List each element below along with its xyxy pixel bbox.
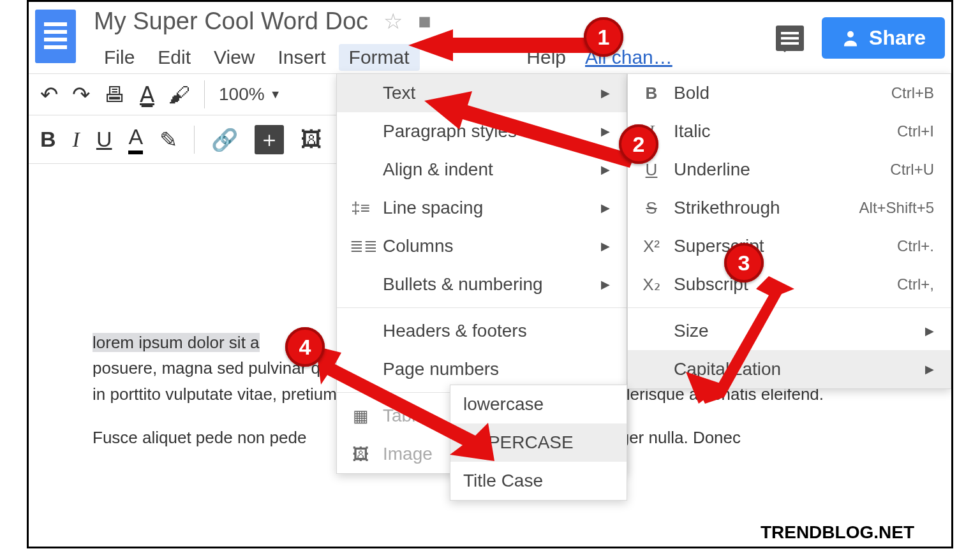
menu-item-italic[interactable]: I ItalicCtrl+I xyxy=(628,112,951,151)
share-button[interactable]: Share xyxy=(822,17,945,59)
star-icon[interactable]: ☆ xyxy=(383,8,403,34)
paragraph-text: Fusce aliquet pede non pede xyxy=(93,428,306,447)
docs-icon xyxy=(35,10,76,63)
bold-icon: B xyxy=(641,84,662,103)
document-title[interactable]: My Super Cool Word Doc xyxy=(94,8,368,35)
share-person-icon xyxy=(841,29,860,48)
image-icon[interactable]: 🖼 xyxy=(301,127,322,152)
text-submenu: B BoldCtrl+B I ItalicCtrl+I U UnderlineC… xyxy=(627,73,951,389)
print-icon[interactable]: 🖶 xyxy=(104,82,126,107)
menubar: File Edit View Insert Format Add-ons Hel… xyxy=(94,44,776,71)
spellcheck-icon[interactable]: A̲ xyxy=(140,82,154,107)
undo-icon[interactable]: ↶ xyxy=(40,82,58,107)
menu-item-align-indent[interactable]: Align & indent▶ xyxy=(337,151,627,189)
highlight-icon[interactable]: ✎ xyxy=(160,127,177,152)
separator xyxy=(194,126,195,154)
menu-item-lowercase[interactable]: lowercase xyxy=(450,385,627,423)
capitalization-submenu: lowercase UPPERCASE Title Case xyxy=(450,385,627,501)
menu-item-text[interactable]: Text▶ xyxy=(337,74,627,112)
watermark: TRENDBLOG.NET xyxy=(761,522,914,543)
strikethrough-icon: S xyxy=(641,198,662,218)
redo-icon[interactable]: ↷ xyxy=(72,82,90,107)
menu-item-superscript[interactable]: X² SuperscriptCtrl+. xyxy=(628,227,951,265)
zoom-select[interactable]: 100% ▼ xyxy=(219,84,281,105)
link-icon[interactable]: 🔗 xyxy=(211,127,238,152)
menu-item-titlecase[interactable]: Title Case xyxy=(450,462,627,500)
annotation-badge-2: 2 xyxy=(619,124,658,164)
add-comment-icon[interactable]: ＋ xyxy=(255,125,284,154)
menu-item-bullets-numbering[interactable]: Bullets & numbering▶ xyxy=(337,265,627,304)
menu-item-uppercase[interactable]: UPPERCASE xyxy=(450,423,627,462)
superscript-icon: X² xyxy=(641,237,662,256)
menu-item-page-numbers[interactable]: Page numbers xyxy=(337,350,627,388)
menu-item-paragraph-styles[interactable]: Paragraph styles▶ xyxy=(337,112,627,151)
menu-item-line-spacing[interactable]: ‡≡Line spacing▶ xyxy=(337,189,627,227)
annotation-badge-3: 3 xyxy=(724,243,764,283)
menu-view[interactable]: View xyxy=(204,44,265,71)
svg-point-0 xyxy=(847,31,854,37)
folder-icon[interactable]: ■ xyxy=(418,9,431,34)
menu-item-strikethrough[interactable]: S StrikethroughAlt+Shift+5 xyxy=(628,189,951,227)
selected-text: lorem ipsum dolor sit a xyxy=(93,333,260,352)
annotation-badge-4: 4 xyxy=(285,327,325,367)
menu-item-size[interactable]: Size▶ xyxy=(628,312,951,350)
subscript-icon: X₂ xyxy=(641,275,662,295)
bold-icon[interactable]: B xyxy=(40,127,56,152)
menu-help[interactable]: Help xyxy=(516,44,576,71)
menu-item-subscript[interactable]: X₂ SubscriptCtrl+, xyxy=(628,265,951,304)
underline-icon[interactable]: U xyxy=(96,127,112,152)
menu-format[interactable]: Format xyxy=(339,44,420,71)
menu-item-headers-footers[interactable]: Headers & footers xyxy=(337,312,627,350)
menu-item-underline[interactable]: U UnderlineCtrl+U xyxy=(628,151,951,189)
annotation-badge-1: 1 xyxy=(584,17,623,57)
menu-item-bold[interactable]: B BoldCtrl+B xyxy=(628,74,951,112)
paint-format-icon[interactable]: 🖌 xyxy=(168,82,190,107)
menu-item-columns[interactable]: ≣≣Columns▶ xyxy=(337,227,627,265)
titlebar: My Super Cool Word Doc ☆ ■ File Edit Vie… xyxy=(29,2,951,73)
menu-insert[interactable]: Insert xyxy=(268,44,336,71)
separator xyxy=(204,80,205,108)
text-color-icon[interactable]: A xyxy=(128,124,143,154)
image-menu-icon: 🖼 xyxy=(350,444,371,464)
share-label: Share xyxy=(869,26,926,50)
table-icon: ▦ xyxy=(350,406,371,426)
menu-file[interactable]: File xyxy=(94,44,145,71)
columns-icon: ≣≣ xyxy=(350,237,371,256)
line-spacing-icon: ‡≡ xyxy=(350,198,371,218)
menu-edit[interactable]: Edit xyxy=(147,44,201,71)
italic-icon[interactable]: I xyxy=(73,128,80,152)
menu-item-capitalization[interactable]: Capitalization▶ xyxy=(628,350,951,388)
comments-icon[interactable] xyxy=(776,26,804,51)
